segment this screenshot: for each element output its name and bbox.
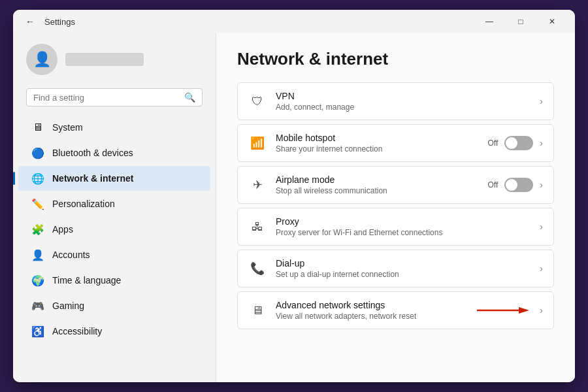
proxy-title: Proxy (276, 216, 531, 227)
advanced-title: Advanced network settings (276, 300, 468, 310)
sidebar-item-personalization[interactable]: ✏️ Personalization (18, 191, 210, 216)
airplane-toggle-label: Off (488, 180, 498, 189)
setting-item-airplane[interactable]: ✈ Airplane mode Stop all wireless commun… (237, 166, 554, 204)
sidebar-item-accessibility[interactable]: ♿ Accessibility (18, 319, 210, 344)
vpn-icon: 🛡 (248, 92, 267, 110)
advanced-text: Advanced network settings View all netwo… (276, 300, 468, 321)
titlebar-title: Settings (44, 17, 75, 27)
proxy-icon: 🖧 (248, 218, 267, 236)
sidebar-item-gaming[interactable]: 🎮 Gaming (18, 293, 210, 318)
hotspot-desc: Share your internet connection (276, 144, 479, 154)
sidebar: 👤 🔍 🖥 System 🔵 Bluetooth & devices 🌐 Net… (13, 33, 216, 382)
proxy-chevron: › (540, 221, 543, 232)
close-button[interactable]: ✕ (537, 12, 567, 31)
sidebar-item-label-network: Network & internet (52, 173, 133, 184)
main-content: Network & internet 🛡 VPN Add, connect, m… (216, 33, 575, 382)
minimize-button[interactable]: — (474, 12, 504, 31)
airplane-text: Airplane mode Stop all wireless communic… (276, 174, 479, 195)
sidebar-item-label-bluetooth: Bluetooth & devices (52, 148, 133, 158)
vpn-text: VPN Add, connect, manage (276, 91, 531, 112)
vpn-right: › (540, 96, 543, 106)
hotspot-toggle-label: Off (488, 139, 498, 148)
airplane-right: Off › (488, 178, 543, 192)
dialup-chevron: › (540, 263, 543, 274)
dialup-text: Dial-up Set up a dial-up internet connec… (276, 258, 531, 279)
proxy-right: › (540, 221, 543, 232)
proxy-desc: Proxy server for Wi-Fi and Ethernet conn… (276, 228, 531, 237)
titlebar-controls: — □ ✕ (474, 12, 567, 31)
bluetooth-icon: 🔵 (31, 146, 44, 159)
svg-marker-1 (519, 307, 529, 314)
vpn-chevron: › (540, 96, 543, 106)
advanced-icon: 🖥 (248, 301, 267, 319)
airplane-title: Airplane mode (276, 174, 479, 185)
sidebar-item-label-time: Time & language (52, 275, 121, 286)
sidebar-item-network[interactable]: 🌐 Network & internet (18, 166, 210, 191)
profile-name-bar (65, 53, 144, 66)
airplane-icon: ✈ (248, 176, 267, 194)
avatar: 👤 (26, 44, 57, 75)
system-icon: 🖥 (31, 121, 44, 134)
sidebar-item-bluetooth[interactable]: 🔵 Bluetooth & devices (18, 140, 210, 165)
hotspot-icon: 📶 (248, 134, 267, 152)
settings-list: 🛡 VPN Add, connect, manage › 📶 Mobile ho… (237, 82, 554, 329)
sidebar-item-label-apps: Apps (52, 224, 73, 235)
dialup-icon: 📞 (248, 259, 267, 278)
setting-item-proxy[interactable]: 🖧 Proxy Proxy server for Wi-Fi and Ether… (237, 208, 554, 246)
search-icon: 🔍 (184, 92, 195, 103)
sidebar-item-system[interactable]: 🖥 System (18, 115, 210, 140)
setting-item-dialup[interactable]: 📞 Dial-up Set up a dial-up internet conn… (237, 250, 554, 287)
hotspot-chevron: › (540, 138, 543, 148)
personalization-icon: ✏️ (31, 197, 44, 210)
maximize-button[interactable]: □ (506, 12, 536, 31)
gaming-icon: 🎮 (31, 299, 44, 312)
back-button[interactable]: ← (21, 12, 39, 31)
dialup-right: › (540, 263, 543, 274)
page-title: Network & internet (237, 49, 554, 69)
airplane-desc: Stop all wireless communication (276, 186, 479, 195)
setting-item-hotspot[interactable]: 📶 Mobile hotspot Share your internet con… (237, 124, 554, 162)
titlebar: ← Settings — □ ✕ (13, 10, 575, 33)
sidebar-item-label-accounts: Accounts (52, 250, 90, 260)
setting-item-vpn[interactable]: 🛡 VPN Add, connect, manage › (237, 82, 554, 120)
advanced-right: › (477, 305, 543, 316)
hotspot-text: Mobile hotspot Share your internet conne… (276, 133, 479, 154)
titlebar-left: ← Settings (21, 12, 474, 31)
sidebar-item-label-accessibility: Accessibility (52, 326, 102, 336)
dialup-title: Dial-up (276, 258, 531, 269)
hotspot-right: Off › (488, 136, 543, 150)
dialup-desc: Set up a dial-up internet connection (276, 270, 531, 279)
airplane-toggle[interactable] (504, 178, 533, 192)
time-icon: 🌍 (31, 274, 44, 287)
proxy-text: Proxy Proxy server for Wi-Fi and Etherne… (276, 216, 531, 237)
sidebar-item-label-gaming: Gaming (52, 301, 84, 311)
sidebar-item-label-personalization: Personalization (52, 199, 115, 209)
apps-icon: 🧩 (31, 223, 44, 236)
advanced-chevron: › (540, 305, 543, 316)
sidebar-item-accounts[interactable]: 👤 Accounts (18, 242, 210, 267)
vpn-desc: Add, connect, manage (276, 103, 531, 112)
nav-list: 🖥 System 🔵 Bluetooth & devices 🌐 Network… (13, 114, 216, 344)
hotspot-toggle[interactable] (504, 136, 533, 150)
vpn-title: VPN (276, 91, 531, 101)
hotspot-title: Mobile hotspot (276, 133, 479, 143)
network-icon: 🌐 (31, 172, 44, 185)
sidebar-item-apps[interactable]: 🧩 Apps (18, 217, 210, 242)
accounts-icon: 👤 (31, 248, 44, 261)
advanced-desc: View all network adapters, network reset (276, 312, 468, 321)
setting-item-advanced[interactable]: 🖥 Advanced network settings View all net… (237, 291, 554, 329)
accessibility-icon: ♿ (31, 325, 44, 338)
sidebar-item-time[interactable]: 🌍 Time & language (18, 268, 210, 293)
search-input[interactable] (33, 93, 180, 103)
window-content: 👤 🔍 🖥 System 🔵 Bluetooth & devices 🌐 Net… (13, 33, 575, 382)
settings-window: ← Settings — □ ✕ 👤 🔍 🖥 System 🔵 Bluetoot… (13, 10, 575, 382)
red-arrow-icon (477, 305, 529, 316)
profile-section: 👤 (13, 33, 216, 86)
sidebar-item-label-system: System (52, 122, 83, 133)
search-box[interactable]: 🔍 (26, 88, 203, 106)
airplane-chevron: › (540, 180, 543, 190)
